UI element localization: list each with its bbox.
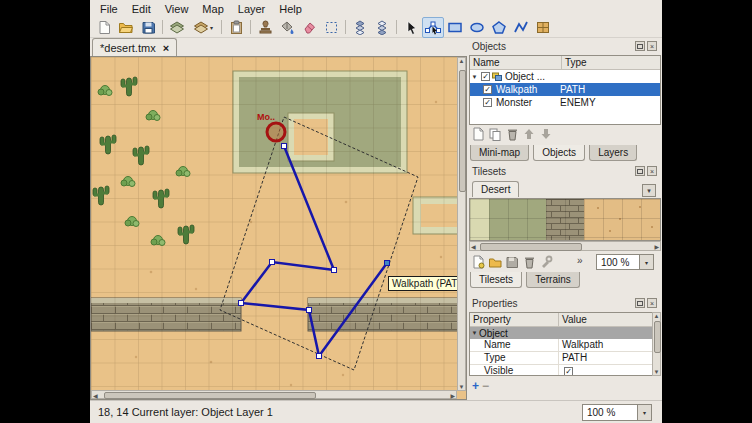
column-header-name[interactable]: Name [470,56,562,69]
object-type: ENEMY [560,97,660,108]
delete-object-button[interactable] [505,127,519,143]
property-row-name[interactable]: Name Walkpath [470,339,660,352]
property-value[interactable]: PATH [559,352,660,364]
map-horizontal-scrollbar[interactable]: ◀ ▶ [91,390,457,399]
menu-layer[interactable]: Layer [231,2,273,16]
close-tab-icon[interactable]: × [163,42,169,54]
scroll-left-icon[interactable]: ◀ [93,392,98,399]
import-tileset-button[interactable] [488,255,502,271]
insert-tile-object-tool[interactable] [532,17,554,38]
column-header-type[interactable]: Type [562,56,660,69]
column-header-value[interactable]: Value [559,313,660,326]
menu-edit[interactable]: Edit [125,2,158,16]
float-dock-icon[interactable] [635,166,645,176]
tileset-zoom-combo[interactable]: 100 % ▾ [596,254,654,270]
tileset-tab-desert[interactable]: Desert [472,181,519,197]
scroll-up-icon[interactable]: ▲ [653,313,660,319]
eraser-tool[interactable] [298,17,320,38]
menu-help[interactable]: Help [272,2,309,16]
delete-tileset-button[interactable] [522,255,536,271]
object-group-row[interactable]: ▼ ✓ Object ... [470,70,660,83]
export-tileset-button[interactable] [505,255,519,271]
select-objects-tool[interactable] [400,17,422,38]
ellipse-object-icon [469,20,485,35]
property-group-row[interactable]: ▼ Object [470,327,660,339]
add-property-button[interactable]: + [472,379,479,393]
tab-minimap[interactable]: Mini-map [470,145,529,161]
raise-object-button[interactable] [522,127,536,143]
new-object-button[interactable] [471,127,485,143]
properties-scrollbar[interactable]: ▲ ▼ [652,312,661,376]
tab-objects[interactable]: Objects [533,145,585,161]
property-value[interactable]: Walkpath [559,339,660,351]
zoom-combo[interactable]: 100 % ▾ [582,404,652,421]
new-map-button[interactable] [93,17,115,38]
scroll-up-icon[interactable]: ▲ [458,58,465,64]
float-dock-icon[interactable] [635,298,645,308]
close-dock-icon[interactable]: × [647,166,657,176]
tileset-horizontal-scrollbar[interactable]: ◀ ▶ [469,241,661,251]
open-button[interactable] [115,17,137,38]
object-row-monster[interactable]: ✓ Monster ENEMY [470,96,660,109]
visibility-checkbox[interactable]: ✓ [483,85,492,94]
tile-object-icon [535,20,551,35]
map-properties-button[interactable] [166,17,188,38]
save-button[interactable] [137,17,159,38]
tile-stamps-button[interactable]: ▾ [188,17,218,38]
expander-icon[interactable]: ▼ [470,330,479,336]
objects-dock-buttons: × [635,41,657,51]
chevron-down-icon[interactable]: ▾ [639,255,653,269]
tab-layers[interactable]: Layers [589,145,637,161]
map-canvas[interactable] [91,57,458,391]
lower-object-button[interactable] [539,127,553,143]
remove-property-button[interactable]: − [482,379,489,393]
menu-view[interactable]: View [158,2,196,16]
tileset-view[interactable] [469,198,661,241]
rect-select-tool[interactable] [320,17,342,38]
stamp-brush-tool[interactable] [254,17,276,38]
property-row-type[interactable]: Type PATH [470,352,660,365]
column-header-property[interactable]: Property [470,313,559,326]
insert-rectangle-tool[interactable] [444,17,466,38]
toolbar-overflow-icon[interactable]: » [577,255,583,266]
paste-button[interactable] [225,17,247,38]
insert-ellipse-tool[interactable] [466,17,488,38]
map-viewport: Mo.. Walkpath (PATH) ▲ ▼ ◀ ▶ [90,56,467,400]
visibility-checkbox[interactable]: ✓ [481,72,490,81]
document-tab[interactable]: *desert.tmx × [92,38,177,56]
close-dock-icon[interactable]: × [647,298,657,308]
tileset-properties-button[interactable] [539,255,553,271]
scroll-down-icon[interactable]: ▼ [458,384,465,390]
property-row-visible[interactable]: Visible ✓ [470,365,660,376]
tab-tilesets[interactable]: Tilesets [470,272,522,288]
bucket-fill-tool[interactable] [276,17,298,38]
menu-file[interactable]: File [93,2,125,16]
expander-icon[interactable]: ▼ [470,74,479,80]
menu-map[interactable]: Map [195,2,230,16]
monster-object-marker[interactable] [267,123,285,141]
float-dock-icon[interactable] [635,41,645,51]
tileset-toolbar [471,255,553,271]
new-tileset-button[interactable] [471,255,485,271]
object-type: PATH [560,84,660,95]
insert-polyline-tool[interactable] [510,17,532,38]
scroll-right-icon[interactable]: ▶ [654,243,659,250]
close-dock-icon[interactable]: × [647,41,657,51]
edit-polygons-tool[interactable] [422,17,444,38]
chevron-down-icon[interactable]: ▾ [637,405,651,420]
object-row-walkpath[interactable]: ✓ Walkpath PATH [470,83,660,96]
scroll-down-icon[interactable]: ▼ [653,369,660,375]
scroll-right-icon[interactable]: ▶ [450,392,455,399]
visible-checkbox[interactable]: ✓ [564,367,573,376]
tileset-menu-dropdown[interactable]: ▾ [642,184,656,197]
map-vertical-scrollbar[interactable]: ▲ ▼ [457,57,466,391]
tab-terrains[interactable]: Terrains [526,272,580,288]
scroll-left-icon[interactable]: ◀ [471,243,476,250]
property-group-label: Object [479,328,508,339]
new-file-icon [471,127,485,141]
insert-polygon-tool[interactable] [488,17,510,38]
lower-layer-button[interactable] [371,17,393,38]
raise-layer-button[interactable] [349,17,371,38]
visibility-checkbox[interactable]: ✓ [483,98,492,107]
duplicate-object-button[interactable] [488,127,502,143]
